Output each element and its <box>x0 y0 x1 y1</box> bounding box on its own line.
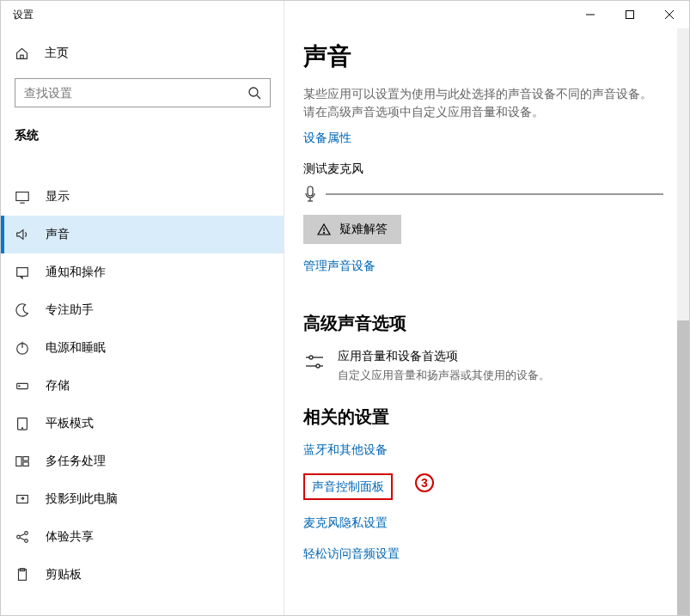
svg-rect-7 <box>16 192 28 201</box>
microphone-icon <box>303 186 317 203</box>
svg-point-15 <box>21 428 22 429</box>
svg-point-31 <box>324 233 325 234</box>
svg-point-33 <box>309 356 313 359</box>
nav-storage[interactable]: 存储 <box>1 367 284 405</box>
manage-devices-link[interactable]: 管理声音设备 <box>303 259 376 274</box>
app-volume-item[interactable]: 应用音量和设备首选项 自定义应用音量和扬声器或其使用的设备。 <box>303 349 663 383</box>
svg-line-6 <box>257 95 260 99</box>
content-area: 声音 某些应用可以设置为使用与此处选择的声音设备不同的声音设备。请在高级声音选项… <box>284 28 689 615</box>
svg-point-20 <box>17 535 21 539</box>
nav-clipboard[interactable]: 剪贴板 <box>1 556 284 594</box>
nav-label: 剪贴板 <box>46 567 82 582</box>
nav-label: 投影到此电脑 <box>46 491 118 507</box>
storage-icon <box>15 378 30 393</box>
svg-line-23 <box>20 534 24 536</box>
svg-point-13 <box>19 386 20 387</box>
related-links: 蓝牙和其他设备 声音控制面板 3 麦克风隐私设置 轻松访问音频设置 <box>303 442 663 562</box>
multitask-icon <box>15 454 30 469</box>
device-properties-link[interactable]: 设备属性 <box>303 131 351 146</box>
annotation-highlight: 声音控制面板 <box>303 473 393 500</box>
nav-label: 声音 <box>46 227 70 242</box>
nav-display[interactable]: 显示 <box>1 178 284 216</box>
notification-icon <box>15 265 30 280</box>
minimize-button[interactable] <box>571 1 610 28</box>
svg-point-5 <box>249 88 258 96</box>
svg-rect-1 <box>626 11 634 19</box>
clipboard-icon <box>15 567 30 582</box>
related-section-title: 相关的设置 <box>303 406 663 429</box>
svg-rect-27 <box>308 186 313 196</box>
mic-privacy-link[interactable]: 麦克风隐私设置 <box>303 515 663 531</box>
home-icon <box>15 46 29 61</box>
sidebar: 主页 系统 显示 声音 通知和操作 专注助手 <box>1 28 284 615</box>
nav-label: 平板模式 <box>46 416 94 431</box>
window-title: 设置 <box>1 8 34 22</box>
close-button[interactable] <box>650 1 689 28</box>
nav-sound[interactable]: 声音 <box>1 216 284 253</box>
search-input[interactable] <box>24 86 247 100</box>
test-mic-label: 测试麦克风 <box>303 162 663 177</box>
scrollbar[interactable] <box>677 28 689 615</box>
search-box[interactable] <box>15 78 271 107</box>
nav-label: 通知和操作 <box>46 265 106 280</box>
mic-level-bar <box>326 193 663 195</box>
app-volume-title: 应用音量和设备首选项 <box>338 349 550 364</box>
advanced-section-title: 高级声音选项 <box>303 312 663 335</box>
svg-point-22 <box>25 540 28 543</box>
nav-list: 显示 声音 通知和操作 专注助手 电源和睡眠 存储 <box>1 178 284 594</box>
project-icon <box>15 491 30 507</box>
tablet-icon <box>15 416 30 431</box>
troubleshoot-label: 疑难解答 <box>339 222 388 237</box>
display-icon <box>15 189 30 204</box>
nav-label: 专注助手 <box>46 302 94 318</box>
svg-rect-16 <box>16 457 21 467</box>
maximize-button[interactable] <box>610 1 650 28</box>
nav-shared-exp[interactable]: 体验共享 <box>1 518 284 556</box>
nav-focus-assist[interactable]: 专注助手 <box>1 291 284 329</box>
svg-rect-19 <box>17 496 28 503</box>
troubleshoot-button[interactable]: 疑难解答 <box>303 215 401 244</box>
titlebar: 设置 <box>1 1 689 28</box>
nav-projecting[interactable]: 投影到此电脑 <box>1 480 284 518</box>
page-title: 声音 <box>303 40 663 73</box>
svg-point-35 <box>316 364 320 368</box>
nav-label: 显示 <box>46 189 70 204</box>
mic-level-row <box>303 186 663 203</box>
ease-access-link[interactable]: 轻松访问音频设置 <box>303 546 663 562</box>
sound-icon <box>15 227 30 242</box>
app-volume-desc: 自定义应用音量和扬声器或其使用的设备。 <box>338 368 550 383</box>
nav-multitask[interactable]: 多任务处理 <box>1 442 284 480</box>
home-button[interactable]: 主页 <box>1 37 284 70</box>
sliders-icon <box>303 351 326 373</box>
svg-point-21 <box>25 532 28 535</box>
bluetooth-link[interactable]: 蓝牙和其他设备 <box>303 442 663 458</box>
share-icon <box>15 529 30 545</box>
svg-rect-18 <box>23 462 28 467</box>
nav-label: 体验共享 <box>46 529 94 545</box>
home-label: 主页 <box>45 46 69 61</box>
nav-power[interactable]: 电源和睡眠 <box>1 329 284 367</box>
nav-label: 电源和睡眠 <box>46 340 106 356</box>
scrollbar-thumb[interactable] <box>677 320 689 615</box>
nav-notifications[interactable]: 通知和操作 <box>1 253 284 291</box>
svg-rect-4 <box>21 55 23 58</box>
category-label: 系统 <box>1 123 284 157</box>
nav-label: 多任务处理 <box>46 454 106 469</box>
annotation-number: 3 <box>415 473 434 492</box>
sound-control-panel-link[interactable]: 声音控制面板 <box>312 479 384 495</box>
power-icon <box>15 340 30 356</box>
search-icon <box>247 86 261 100</box>
svg-rect-9 <box>17 268 28 277</box>
nav-label: 存储 <box>46 378 70 393</box>
svg-line-24 <box>20 538 24 540</box>
nav-tablet[interactable]: 平板模式 <box>1 405 284 442</box>
warning-icon <box>317 223 331 236</box>
moon-icon <box>15 302 30 318</box>
svg-rect-17 <box>23 457 28 461</box>
description-text: 某些应用可以设置为使用与此处选择的声音设备不同的声音设备。请在高级声音选项中自定… <box>303 85 663 121</box>
